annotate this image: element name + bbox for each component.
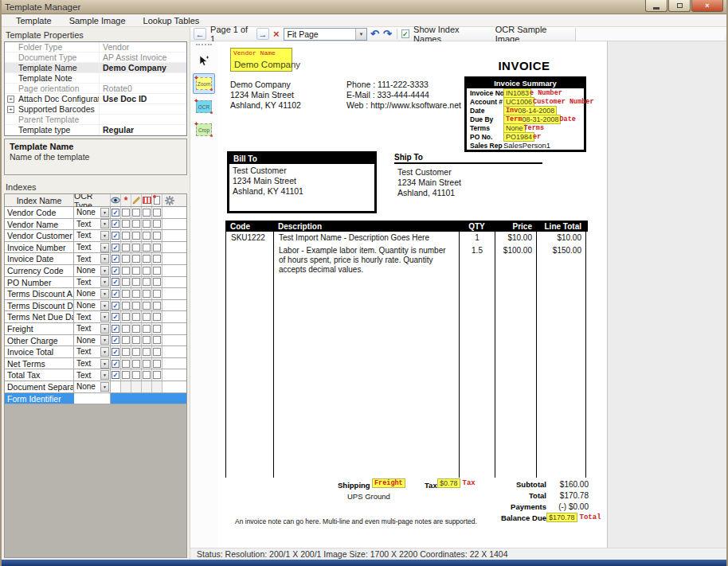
checkbox-cell[interactable]: [131, 230, 142, 241]
restore-button[interactable]: [668, 0, 691, 12]
checkbox[interactable]: [143, 313, 151, 321]
ocr-type-cell[interactable]: None▼: [74, 381, 111, 392]
checkbox-cell[interactable]: [142, 242, 152, 253]
checkbox[interactable]: ✓: [112, 232, 119, 240]
checkbox-cell[interactable]: [142, 346, 152, 357]
dropdown-arrow-icon[interactable]: ▼: [100, 231, 109, 240]
checkbox-cell[interactable]: [152, 219, 162, 230]
checkbox[interactable]: [143, 278, 151, 286]
tool-crop[interactable]: +Crop: [193, 119, 215, 140]
index-row[interactable]: Vendor Customer ...Text▼✓: [5, 230, 186, 242]
checkbox[interactable]: [122, 336, 130, 344]
checkbox[interactable]: [153, 325, 161, 333]
checkbox[interactable]: [132, 302, 140, 310]
checkbox[interactable]: ✓: [112, 290, 119, 298]
checkbox[interactable]: [122, 313, 130, 321]
index-name-header[interactable]: Index Name: [5, 194, 74, 206]
expand-icon[interactable]: +: [7, 96, 14, 103]
close-button[interactable]: ×: [691, 0, 723, 12]
checkbox[interactable]: [132, 313, 140, 321]
checkbox-cell[interactable]: [121, 207, 131, 218]
checkbox[interactable]: [143, 371, 151, 379]
property-row[interactable]: Folder TypeVendor: [5, 42, 186, 53]
checkbox[interactable]: ✓: [112, 278, 119, 286]
checkbox[interactable]: [132, 220, 140, 228]
checkbox[interactable]: [153, 371, 161, 379]
checkbox-cell[interactable]: [142, 288, 152, 299]
checkbox-cell[interactable]: ✓: [111, 369, 121, 381]
dropdown-arrow-icon[interactable]: ▼: [100, 382, 109, 392]
required-asterisk-icon[interactable]: *: [121, 194, 131, 206]
checkbox-cell[interactable]: [121, 242, 131, 253]
checkbox[interactable]: [132, 336, 140, 344]
checkbox-cell[interactable]: [131, 369, 142, 381]
checkbox[interactable]: [122, 232, 130, 240]
index-row[interactable]: PO NumberText▼✓: [5, 277, 186, 289]
checkbox-cell[interactable]: [152, 288, 162, 299]
tool-ocr[interactable]: +OCR: [193, 96, 215, 117]
checkbox-cell[interactable]: [152, 300, 162, 311]
ocr-type-cell[interactable]: None▼: [74, 265, 111, 276]
checkbox[interactable]: ✓: [112, 302, 119, 310]
ocr-zone-highlight[interactable]: PO1984: [503, 132, 534, 142]
sticky-note-icon[interactable]: [152, 194, 162, 206]
checkbox-cell[interactable]: [121, 230, 131, 241]
redo-button[interactable]: ↷: [382, 28, 393, 40]
title-bar[interactable]: Template Manager ×: [2, 0, 726, 14]
checkbox-cell[interactable]: [131, 311, 142, 322]
checkbox-cell[interactable]: [121, 335, 131, 346]
checkbox[interactable]: ✓: [112, 348, 119, 356]
checkbox[interactable]: [143, 267, 151, 275]
checkbox[interactable]: [153, 290, 161, 298]
undo-button[interactable]: ↶: [370, 28, 380, 40]
property-row[interactable]: Page orientationRotate0: [5, 84, 186, 94]
checkbox-cell[interactable]: [142, 323, 152, 334]
checkbox[interactable]: ✓: [112, 255, 119, 263]
ocr-type-cell[interactable]: Text▼: [74, 219, 111, 230]
checkbox[interactable]: [143, 360, 151, 368]
property-row[interactable]: +Attach Doc ConfigurationUse Doc ID: [5, 94, 186, 104]
property-row[interactable]: Document TypeAP Assist Invoice: [5, 53, 186, 63]
checkbox[interactable]: [153, 220, 161, 228]
chevron-down-icon[interactable]: ▼: [355, 29, 366, 40]
ocr-type-cell[interactable]: Text▼: [74, 242, 111, 253]
dropdown-arrow-icon[interactable]: ▼: [100, 208, 109, 217]
checkbox-cell[interactable]: [131, 300, 142, 311]
checkbox-cell[interactable]: [131, 323, 142, 334]
checkbox[interactable]: [143, 255, 151, 263]
checkbox-cell[interactable]: [121, 300, 131, 311]
minimize-button[interactable]: [645, 0, 667, 12]
checkbox-cell[interactable]: [152, 277, 162, 288]
ocr-type-cell[interactable]: Text▼: [74, 358, 111, 369]
checkbox[interactable]: [153, 267, 161, 275]
checkbox[interactable]: [153, 278, 161, 286]
checkbox[interactable]: [122, 325, 130, 333]
checkbox-cell[interactable]: [152, 230, 162, 241]
checkbox-cell[interactable]: [152, 265, 162, 276]
property-row[interactable]: Parent Template: [5, 115, 186, 125]
previous-page-button[interactable]: ←: [194, 28, 206, 40]
ocr-type-cell[interactable]: None▼: [74, 335, 111, 346]
dropdown-arrow-icon[interactable]: ▼: [100, 219, 109, 228]
checkbox-cell[interactable]: [131, 253, 142, 264]
index-row[interactable]: Currency CodeNone▼✓: [5, 265, 186, 277]
checkbox[interactable]: [143, 302, 151, 310]
checkbox-cell[interactable]: [121, 311, 131, 322]
checkbox-cell[interactable]: ✓: [111, 288, 121, 299]
ocr-type-cell[interactable]: None▼: [74, 300, 111, 311]
checkbox-cell[interactable]: [152, 323, 162, 334]
checkbox-cell[interactable]: [152, 335, 162, 346]
checkbox[interactable]: [153, 232, 161, 240]
checkbox[interactable]: ✓: [112, 371, 119, 379]
checkbox[interactable]: [132, 232, 140, 240]
toolstrip-grip[interactable]: [196, 44, 212, 47]
index-row[interactable]: Form Identifier: [5, 393, 186, 405]
checkbox[interactable]: [132, 278, 140, 286]
checkbox-cell[interactable]: [152, 253, 162, 264]
checkbox-cell[interactable]: ✓: [111, 358, 121, 369]
ocr-type-cell[interactable]: None▼: [74, 288, 111, 299]
checkbox-cell[interactable]: ✓: [111, 311, 121, 322]
checkbox-cell[interactable]: [121, 219, 131, 230]
dropdown-arrow-icon[interactable]: ▼: [100, 312, 109, 322]
checkbox[interactable]: [153, 348, 161, 356]
